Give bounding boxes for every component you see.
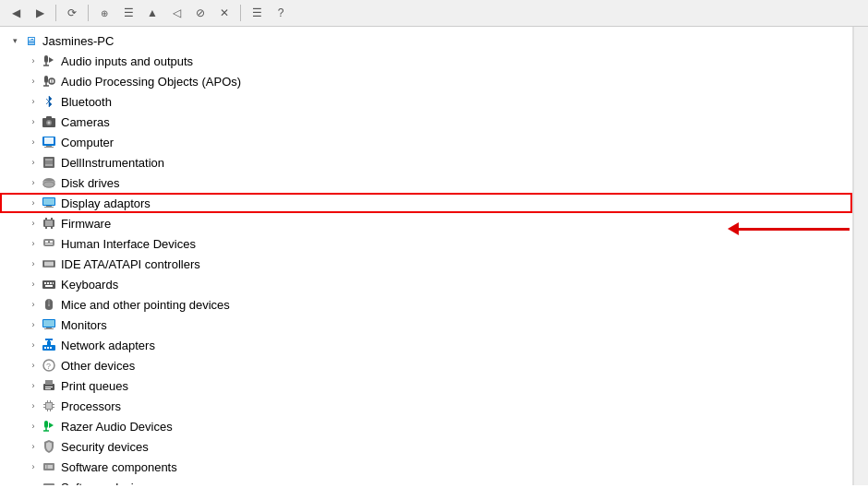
help-button[interactable]: ? <box>271 3 291 23</box>
tree-item-audio-processing[interactable]: Audio Processing Objects (APOs) <box>0 71 852 91</box>
tree-item-software-dev[interactable]: Software devices <box>0 477 852 485</box>
chevron-display[interactable] <box>26 196 41 210</box>
tree-item-audio-inputs[interactable]: Audio inputs and outputs <box>0 51 852 71</box>
chevron-bluetooth[interactable] <box>26 94 41 109</box>
icon-cameras <box>41 113 57 130</box>
chevron-keyboards[interactable] <box>26 277 41 292</box>
properties-button[interactable]: ☰ <box>118 3 139 23</box>
chevron-print[interactable] <box>26 378 41 393</box>
label-monitors: Monitors <box>61 318 852 332</box>
device-tree[interactable]: 🖥 Jasmines-PC Audio inputs and outputsAu… <box>0 27 853 485</box>
svg-text:?: ? <box>46 362 51 371</box>
icon-razer <box>41 418 57 434</box>
disable-button[interactable]: ⊘ <box>190 3 211 23</box>
back-button[interactable]: ◀ <box>6 3 26 23</box>
label-keyboards: Keyboards <box>61 278 852 292</box>
svg-point-48 <box>48 304 50 306</box>
icon-security <box>41 438 57 455</box>
tree-item-disk[interactable]: Disk drives <box>0 173 852 193</box>
chevron-security[interactable] <box>26 439 41 454</box>
label-other: Other devices <box>61 359 852 373</box>
tree-item-monitors[interactable]: Monitors <box>0 315 852 335</box>
svg-rect-56 <box>50 347 52 349</box>
svg-rect-83 <box>43 483 54 485</box>
chevron-processors[interactable] <box>26 399 41 413</box>
tree-item-processors[interactable]: Processors <box>0 396 852 416</box>
chevron-audio-inputs[interactable] <box>26 54 41 68</box>
label-bluetooth: Bluetooth <box>61 95 852 109</box>
chevron-ide[interactable] <box>26 256 41 271</box>
tree-item-network[interactable]: Network adapters <box>0 335 852 355</box>
svg-rect-14 <box>44 137 54 144</box>
refresh-button[interactable]: ⟳ <box>62 3 82 23</box>
icon-network <box>41 337 57 353</box>
forward-button[interactable]: ▶ <box>30 3 50 23</box>
svg-rect-33 <box>43 239 54 246</box>
svg-rect-34 <box>45 241 48 243</box>
view-button[interactable]: ☰ <box>247 3 267 23</box>
tree-item-hid[interactable]: Human Interface Devices <box>0 233 852 254</box>
chevron-firmware[interactable] <box>26 216 41 231</box>
svg-rect-46 <box>45 285 53 287</box>
icon-hid <box>41 235 57 252</box>
svg-rect-18 <box>45 159 53 166</box>
scrollbar[interactable] <box>853 27 868 485</box>
chevron-dell[interactable] <box>26 155 41 170</box>
chevron-monitors[interactable] <box>26 317 41 332</box>
icon-processors <box>41 398 57 414</box>
tree-item-keyboards[interactable]: Keyboards <box>0 274 852 294</box>
chevron-network[interactable] <box>26 338 41 352</box>
tree-item-computer[interactable]: Computer <box>0 132 852 152</box>
tree-item-dell[interactable]: DellInstrumentation <box>0 152 852 173</box>
tree-item-print[interactable]: Print queues <box>0 375 852 396</box>
separator-1 <box>55 5 56 21</box>
svg-rect-43 <box>47 282 49 284</box>
tree-item-razer[interactable]: Razer Audio Devices <box>0 416 852 436</box>
root-chevron[interactable] <box>7 33 22 48</box>
svg-rect-64 <box>45 387 53 387</box>
uninstall-button[interactable]: ✕ <box>214 3 235 23</box>
tree-item-display[interactable]: Display adaptors <box>0 193 852 213</box>
label-audio-processing: Audio Processing Objects (APOs) <box>61 75 852 89</box>
svg-marker-3 <box>49 57 54 63</box>
tree-item-other[interactable]: ?Other devices <box>0 355 852 375</box>
chevron-disk[interactable] <box>26 175 41 190</box>
svg-rect-75 <box>50 410 51 411</box>
separator-2 <box>88 5 89 21</box>
root-label: Jasmines-PC <box>42 34 852 48</box>
chevron-hid[interactable] <box>26 236 41 251</box>
icon-computer <box>41 134 57 150</box>
tree-item-firmware[interactable]: Firmware <box>0 213 852 233</box>
chevron-software-dev[interactable] <box>26 480 41 485</box>
svg-rect-54 <box>44 347 46 349</box>
chevron-computer[interactable] <box>26 135 41 149</box>
update-driver-button[interactable]: ▲ <box>142 3 163 23</box>
rollback-button[interactable]: ◁ <box>166 3 187 23</box>
label-razer: Razer Audio Devices <box>61 420 852 434</box>
chevron-mice[interactable] <box>26 297 41 312</box>
icon-mice <box>41 296 57 313</box>
svg-marker-79 <box>49 423 54 428</box>
icon-software-comp <box>41 458 57 475</box>
tree-item-cameras[interactable]: Cameras <box>0 112 852 132</box>
chevron-other[interactable] <box>26 358 41 373</box>
tree-item-security[interactable]: Security devices <box>0 436 852 457</box>
svg-rect-29 <box>51 218 53 220</box>
icon-bluetooth <box>41 93 57 110</box>
tree-item-mice[interactable]: Mice and other pointing devices <box>0 294 852 315</box>
toolbar: ◀ ▶ ⟳ ⊕ ☰ ▲ ◁ ⊘ ✕ ☰ ? <box>0 0 868 27</box>
chevron-software-comp[interactable] <box>26 459 41 474</box>
svg-rect-4 <box>44 76 48 83</box>
tree-item-bluetooth[interactable]: Bluetooth <box>0 91 852 112</box>
chevron-razer[interactable] <box>26 419 41 434</box>
computer-icon: 🖥 <box>22 32 39 49</box>
svg-rect-31 <box>51 227 53 229</box>
root-node[interactable]: 🖥 Jasmines-PC <box>0 30 852 51</box>
scan-button[interactable]: ⊕ <box>94 3 115 23</box>
chevron-audio-processing[interactable] <box>26 74 41 89</box>
svg-rect-12 <box>46 116 52 119</box>
tree-item-software-comp[interactable]: Software components <box>0 457 852 477</box>
main-content: 🖥 Jasmines-PC Audio inputs and outputsAu… <box>0 27 868 485</box>
tree-item-ide[interactable]: IDE ATA/ATAPI controllers <box>0 254 852 274</box>
chevron-cameras[interactable] <box>26 114 41 129</box>
